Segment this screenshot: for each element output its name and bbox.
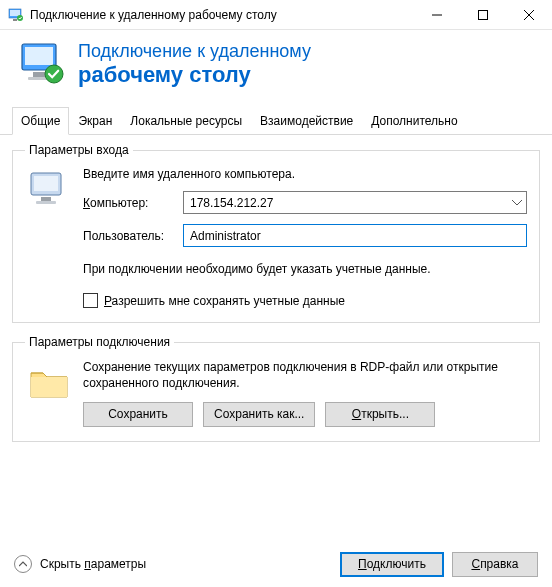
user-label: Пользователь: <box>83 229 183 243</box>
connection-group: Параметры подключения Сохранение текущих… <box>12 335 540 441</box>
save-as-button[interactable]: Сохранить как... <box>203 402 315 427</box>
save-button[interactable]: Сохранить <box>83 402 193 427</box>
app-icon <box>8 7 24 23</box>
computer-label: Компьютер: <box>83 196 183 210</box>
computer-combo[interactable] <box>183 191 527 214</box>
remember-label: Разрешить мне сохранять учетные данные <box>104 294 345 308</box>
tab-general[interactable]: Общие <box>12 107 69 135</box>
window-title: Подключение к удаленному рабочему столу <box>30 8 414 22</box>
tab-display[interactable]: Экран <box>69 107 121 135</box>
tab-experience[interactable]: Взаимодействие <box>251 107 362 135</box>
user-input[interactable] <box>183 224 527 247</box>
computer-input[interactable] <box>184 192 508 213</box>
svg-rect-17 <box>31 377 67 397</box>
svg-rect-5 <box>479 10 488 19</box>
tab-local-resources[interactable]: Локальные ресурсы <box>121 107 251 135</box>
svg-rect-16 <box>36 201 56 204</box>
svg-rect-2 <box>13 19 17 21</box>
connection-legend: Параметры подключения <box>25 335 174 349</box>
tab-advanced[interactable]: Дополнительно <box>362 107 466 135</box>
banner: Подключение к удаленному рабочему столу <box>0 30 552 100</box>
tab-content: Параметры входа Введите имя удаленного к… <box>0 135 552 458</box>
hide-options-label: Скрыть параметры <box>40 557 146 571</box>
chevron-up-icon <box>14 555 32 573</box>
close-button[interactable] <box>506 0 552 30</box>
remember-row[interactable]: Разрешить мне сохранять учетные данные <box>83 293 527 308</box>
svg-rect-9 <box>25 47 53 65</box>
chevron-down-icon[interactable] <box>508 192 526 213</box>
svg-rect-14 <box>34 176 58 191</box>
banner-line2: рабочему столу <box>78 62 311 88</box>
remember-checkbox[interactable] <box>83 293 98 308</box>
credentials-hint: При подключении необходимо будет указать… <box>83 261 527 277</box>
banner-text: Подключение к удаленному рабочему столу <box>78 41 311 88</box>
svg-rect-1 <box>10 10 20 16</box>
minimize-button[interactable] <box>414 0 460 30</box>
banner-line1: Подключение к удаленному <box>78 41 311 62</box>
maximize-button[interactable] <box>460 0 506 30</box>
help-button[interactable]: Справка <box>452 552 538 577</box>
rdp-icon <box>18 40 66 88</box>
hide-options-button[interactable]: Скрыть параметры <box>14 555 146 573</box>
connect-button[interactable]: Подключить <box>340 552 444 577</box>
login-prompt: Введите имя удаленного компьютера. <box>83 167 527 181</box>
titlebar: Подключение к удаленному рабочему столу <box>0 0 552 30</box>
login-legend: Параметры входа <box>25 143 133 157</box>
svg-point-3 <box>17 15 23 21</box>
login-group: Параметры входа Введите имя удаленного к… <box>12 143 540 323</box>
svg-rect-10 <box>33 72 45 77</box>
tabs: Общие Экран Локальные ресурсы Взаимодейс… <box>0 106 552 135</box>
open-button[interactable]: Открыть... <box>325 402 435 427</box>
footer: Скрыть параметры Подключить Справка <box>0 541 552 587</box>
connection-desc: Сохранение текущих параметров подключени… <box>83 359 527 391</box>
svg-rect-15 <box>41 197 51 201</box>
computer-icon <box>25 167 73 215</box>
folder-icon <box>25 359 73 407</box>
